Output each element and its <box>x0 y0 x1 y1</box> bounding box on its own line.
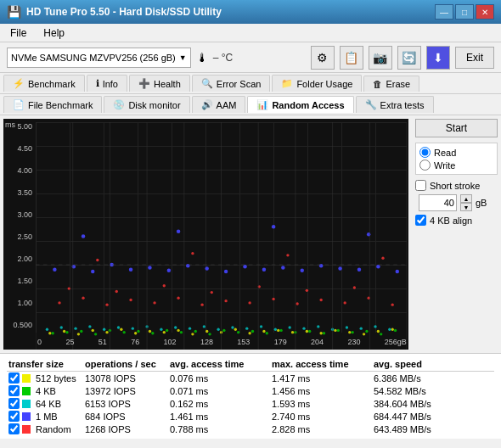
col-max-access: max. access time <box>270 359 372 369</box>
svg-point-31 <box>137 330 139 333</box>
svg-point-79 <box>129 267 132 271</box>
svg-point-62 <box>217 328 219 331</box>
svg-point-108 <box>296 302 298 305</box>
table-row: 4 KB 13972 IOPS 0.071 ms 1.456 ms 54.582… <box>7 384 494 397</box>
svg-point-96 <box>272 225 275 228</box>
title-bar: 💾 HD Tune Pro 5.50 - Hard Disk/SSD Utili… <box>0 0 501 24</box>
row-1m-checkbox[interactable] <box>8 411 20 422</box>
tab-disk-monitor[interactable]: 💿 Disk monitor <box>104 96 189 113</box>
svg-point-83 <box>205 266 208 270</box>
row-512-speed: 6.386 MB/s <box>372 373 465 384</box>
svg-point-106 <box>248 301 250 304</box>
svg-point-115 <box>163 284 166 287</box>
write-label: Write <box>434 160 455 171</box>
row-64k-size: 64 KB <box>36 399 61 409</box>
exit-button[interactable]: Exit <box>455 47 494 69</box>
row-random-checkbox[interactable] <box>8 423 20 434</box>
tab-file-benchmark[interactable]: 📄 File Benchmark <box>3 96 102 113</box>
menu-bar: File Help <box>0 24 501 42</box>
svg-point-116 <box>211 291 213 294</box>
row-64k-checkbox[interactable] <box>8 398 20 409</box>
maximize-button[interactable]: □ <box>455 4 474 20</box>
svg-point-92 <box>376 265 380 268</box>
tabs-row-1: ⚡ Benchmark ℹ Info ➕ Health 🔍 Error Scan… <box>0 73 501 94</box>
read-option[interactable]: Read <box>419 147 493 158</box>
svg-point-33 <box>166 329 168 332</box>
svg-point-87 <box>281 266 284 269</box>
svg-point-59 <box>174 326 177 328</box>
write-radio[interactable] <box>419 160 431 171</box>
gb-value-input[interactable]: 40 <box>419 194 457 211</box>
y-axis: 5.00 4.50 4.00 3.50 3.00 2.50 2.00 1.50 … <box>3 119 36 333</box>
svg-point-85 <box>243 265 246 268</box>
row-4k-max: 1.456 ms <box>270 386 372 396</box>
menu-help[interactable]: Help <box>40 26 68 40</box>
random-access-icon: 📊 <box>256 99 268 110</box>
gb-unit-label: gB <box>476 198 487 208</box>
scatter-plot <box>36 122 407 350</box>
svg-point-75 <box>53 267 56 271</box>
tab-folder-usage[interactable]: 📁 Folder Usage <box>272 75 362 92</box>
menu-file[interactable]: File <box>7 26 30 40</box>
tabs-row-2: 📄 File Benchmark 💿 Disk monitor 🔊 AAM 📊 … <box>0 94 501 115</box>
tab-random-access[interactable]: 📊 Random Access <box>247 96 353 113</box>
tab-info[interactable]: ℹ Info <box>87 75 127 92</box>
results-table: transfer size operations / sec avg. acce… <box>0 353 501 439</box>
tab-aam[interactable]: 🔊 AAM <box>192 96 246 113</box>
spin-up-button[interactable]: ▲ <box>460 194 472 203</box>
row-512-label: 512 bytes <box>7 372 83 384</box>
svg-point-63 <box>231 326 234 328</box>
minimize-button[interactable]: — <box>435 4 453 20</box>
toolbar-btn-2[interactable]: 📋 <box>340 46 363 70</box>
y-label-7: 1.50 <box>5 277 34 285</box>
x-label-10: 256gB <box>385 338 407 346</box>
start-button[interactable]: Start <box>415 119 498 137</box>
svg-point-88 <box>301 269 304 272</box>
short-stroke-checkbox[interactable] <box>415 180 426 191</box>
align-option[interactable]: 4 KB align <box>415 215 498 226</box>
x-label-3: 76 <box>131 338 139 346</box>
y-label-9: 0.500 <box>5 321 34 329</box>
toolbar-btn-4[interactable]: 🔄 <box>397 46 421 70</box>
svg-point-55 <box>117 326 120 328</box>
svg-point-52 <box>74 327 76 329</box>
svg-point-77 <box>91 270 94 273</box>
right-panel: Start Read Write Short stroke 40 ▲ ▼ <box>412 115 501 353</box>
file-benchmark-icon: 📄 <box>13 99 25 110</box>
close-button[interactable]: ✕ <box>476 4 494 20</box>
table-row: 1 MB 684 IOPS 1.461 ms 2.740 ms 684.447 … <box>7 410 494 423</box>
drive-selector[interactable]: NVMe SAMSUNG MZVPV256 (256 gB) ▼ <box>7 48 191 68</box>
tab-health[interactable]: ➕ Health <box>129 75 190 92</box>
read-radio[interactable] <box>419 147 431 158</box>
svg-point-90 <box>338 266 341 270</box>
row-4k-checkbox[interactable] <box>8 385 20 396</box>
row-random-avg: 0.788 ms <box>168 424 270 434</box>
svg-point-93 <box>396 270 399 273</box>
svg-point-65 <box>260 325 262 328</box>
row-random-label: Random <box>7 423 83 434</box>
row-512-max: 1.417 ms <box>270 373 372 384</box>
svg-point-15 <box>262 330 265 333</box>
short-stroke-option[interactable]: Short stroke <box>415 180 498 191</box>
tab-erase[interactable]: 🗑 Erase <box>363 76 419 92</box>
svg-point-27 <box>80 330 82 333</box>
svg-point-53 <box>88 325 91 328</box>
svg-point-30 <box>123 331 126 333</box>
toolbar-btn-3[interactable]: 📷 <box>369 46 392 70</box>
x-label-8: 204 <box>311 338 324 346</box>
tab-benchmark[interactable]: ⚡ Benchmark <box>3 75 85 92</box>
svg-point-7 <box>149 330 151 333</box>
write-option[interactable]: Write <box>419 160 493 171</box>
svg-point-45 <box>337 329 340 332</box>
align-checkbox[interactable] <box>415 215 426 226</box>
row-512-ops: 13078 IOPS <box>83 373 168 384</box>
spin-down-button[interactable]: ▼ <box>460 203 472 211</box>
row-64k-color <box>22 400 31 408</box>
x-label-7: 179 <box>274 338 287 346</box>
toolbar-btn-1[interactable]: ⚙ <box>311 46 335 70</box>
tab-extra-tests[interactable]: 🔧 Extra tests <box>356 96 434 113</box>
row-512-checkbox[interactable] <box>8 372 20 384</box>
tab-error-scan[interactable]: 🔍 Error Scan <box>192 75 271 92</box>
toolbar-btn-5[interactable]: ⬇ <box>426 46 450 70</box>
row-4k-size: 4 KB <box>36 386 56 396</box>
